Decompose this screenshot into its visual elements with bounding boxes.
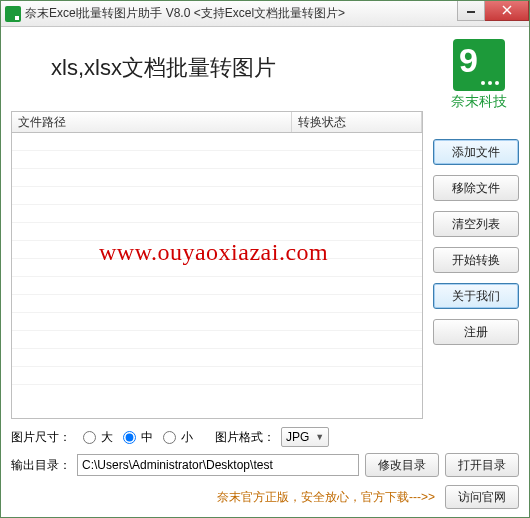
- logo-icon: 9: [453, 39, 505, 91]
- size-small-label: 小: [181, 429, 193, 446]
- app-icon: [5, 6, 21, 22]
- minimize-button[interactable]: [457, 1, 485, 21]
- title-bar: 奈末Excel批量转图片助手 V8.0 <支持Excel文档批量转图片>: [1, 1, 529, 27]
- brand-name: 奈末科技: [439, 93, 519, 111]
- table-row: [12, 367, 422, 385]
- modify-dir-button[interactable]: 修改目录: [365, 453, 439, 477]
- page-title: xls,xlsx文档批量转图片: [11, 35, 439, 93]
- image-format-value: JPG: [286, 430, 309, 444]
- open-dir-button[interactable]: 打开目录: [445, 453, 519, 477]
- side-button-panel: 添加文件 移除文件 清空列表 开始转换 关于我们 注册: [433, 111, 519, 419]
- output-dir-label: 输出目录：: [11, 457, 71, 474]
- footer-row: 奈末官方正版，安全放心，官方下载--->> 访问官网: [11, 485, 519, 509]
- table-row: [12, 169, 422, 187]
- window-body: xls,xlsx文档批量转图片 9 奈末科技 文件路径 转换状态: [1, 27, 529, 517]
- table-row: [12, 259, 422, 277]
- chevron-down-icon: ▼: [315, 432, 324, 442]
- about-us-button[interactable]: 关于我们: [433, 283, 519, 309]
- table-row: [12, 313, 422, 331]
- table-header: 文件路径 转换状态: [11, 111, 423, 133]
- size-large-label: 大: [101, 429, 113, 446]
- close-button[interactable]: [485, 1, 529, 21]
- size-large-radio[interactable]: [83, 431, 96, 444]
- table-row: [12, 331, 422, 349]
- image-format-select[interactable]: JPG ▼: [281, 427, 329, 447]
- table-body[interactable]: [11, 133, 423, 419]
- minimize-icon: [466, 5, 476, 15]
- image-size-group: 大 中 小: [77, 429, 193, 446]
- image-format-label: 图片格式：: [215, 429, 275, 446]
- col-file-path[interactable]: 文件路径: [12, 112, 292, 132]
- output-dir-input[interactable]: C:\Users\Administrator\Desktop\test: [77, 454, 359, 476]
- remove-file-button[interactable]: 移除文件: [433, 175, 519, 201]
- table-row: [12, 241, 422, 259]
- table-row: [12, 349, 422, 367]
- visit-site-button[interactable]: 访问官网: [445, 485, 519, 509]
- add-file-button[interactable]: 添加文件: [433, 139, 519, 165]
- table-row: [12, 205, 422, 223]
- window-controls: [457, 1, 529, 21]
- clear-list-button[interactable]: 清空列表: [433, 211, 519, 237]
- window-title: 奈末Excel批量转图片助手 V8.0 <支持Excel文档批量转图片>: [25, 5, 453, 22]
- close-icon: [501, 5, 513, 15]
- app-window: 奈末Excel批量转图片助手 V8.0 <支持Excel文档批量转图片> xls…: [0, 0, 530, 518]
- table-row: [12, 223, 422, 241]
- image-options-row: 图片尺寸： 大 中 小 图片格式： JPG ▼: [11, 427, 519, 447]
- table-row: [12, 295, 422, 313]
- image-size-label: 图片尺寸：: [11, 429, 71, 446]
- col-convert-status[interactable]: 转换状态: [292, 112, 422, 132]
- table-row: [12, 133, 422, 151]
- register-button[interactable]: 注册: [433, 319, 519, 345]
- output-dir-value: C:\Users\Administrator\Desktop\test: [82, 458, 273, 472]
- brand-logo: 9 奈末科技: [439, 35, 519, 111]
- start-convert-button[interactable]: 开始转换: [433, 247, 519, 273]
- table-row: [12, 151, 422, 169]
- size-small-radio[interactable]: [163, 431, 176, 444]
- size-medium-radio[interactable]: [123, 431, 136, 444]
- output-row: 输出目录： C:\Users\Administrator\Desktop\tes…: [11, 453, 519, 477]
- main-row: 文件路径 转换状态: [11, 111, 519, 419]
- file-table: 文件路径 转换状态: [11, 111, 423, 419]
- table-row: [12, 187, 422, 205]
- official-notice: 奈末官方正版，安全放心，官方下载--->>: [11, 489, 439, 506]
- header-row: xls,xlsx文档批量转图片 9 奈末科技: [11, 35, 519, 111]
- size-medium-label: 中: [141, 429, 153, 446]
- table-row: [12, 277, 422, 295]
- bottom-panel: 图片尺寸： 大 中 小 图片格式： JPG ▼ 输出目录：: [11, 419, 519, 509]
